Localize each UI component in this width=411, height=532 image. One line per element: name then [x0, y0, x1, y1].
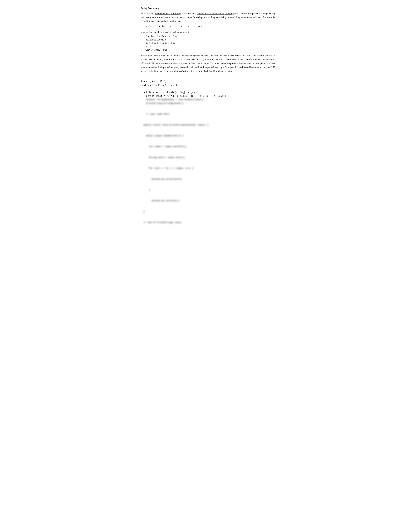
- code-blurred-while: while (input.hasNextInt()) {: [141, 134, 184, 137]
- java-code-block: import java.util.*; public class PrintSt…: [141, 76, 275, 228]
- code-blurred-word: String word = input.next();: [141, 156, 185, 159]
- code-blurred-close1: }: [141, 189, 150, 191]
- desc-write: Write a static: [141, 12, 155, 15]
- problem-number-label: 1.: [136, 6, 140, 10]
- page-content: 1. String Processing Write a static meth…: [136, 6, 275, 228]
- code-main-method: public static void main(String[] args) {: [141, 91, 198, 94]
- sample-output: fun.fun.fun.fun.fun.fun. hellohellohello…: [146, 35, 275, 52]
- code-blurred-times: int times = input.nextInt();: [141, 145, 187, 148]
- desc-takes: that takes as a: [181, 12, 197, 15]
- code-comment-end: // end of PrintStrings class: [141, 221, 181, 224]
- code-comment-1: // your code here: [141, 113, 169, 115]
- problem-body: String Processing Write a static method …: [141, 6, 275, 228]
- code-blurred-method: public static void printStrings(Scanner …: [141, 124, 208, 126]
- param-ref: parameter a Scanner holding a String: [197, 12, 234, 15]
- problem-description: Write a static method named printStrings…: [141, 11, 275, 23]
- sample-input: 6 fun. 3 hello 10 <> 2 25 4 wow!: [146, 25, 275, 28]
- code-blurred-print: System.out.print(word);: [141, 178, 183, 180]
- output-label: your method should produce the following…: [141, 30, 275, 34]
- code-blurred-for: for (int i = 0; i < times; i++) {: [141, 167, 194, 170]
- code-blurred-close2: }: [141, 210, 145, 213]
- code-blurred-2: printStrings(stringScanner);: [141, 102, 184, 105]
- problem-section: 1. String Processing Write a static meth…: [136, 6, 275, 228]
- code-class: public class PrintStrings {: [141, 84, 177, 86]
- code-string-input: String input = "6 fun. 3 hello 10 <> 2 2…: [141, 95, 226, 97]
- method-name-ref: method named printStrings: [155, 12, 181, 15]
- explanation-text: Notice that there is one line of output …: [141, 54, 275, 73]
- code-blurred-1: Scanner stringScanner = new Scanner(inpu…: [141, 98, 204, 101]
- code-import: import java.util.*;: [141, 80, 167, 83]
- problem-title: String Processing: [141, 6, 275, 10]
- code-blurred-println: System.out.println();: [141, 200, 180, 202]
